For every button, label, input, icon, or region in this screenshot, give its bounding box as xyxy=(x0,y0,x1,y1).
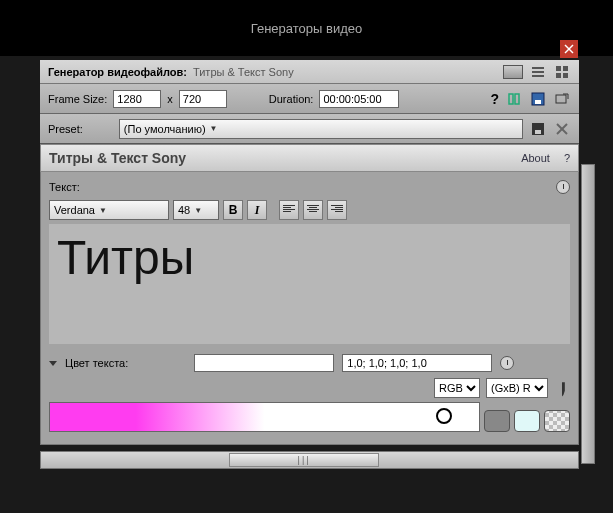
svg-rect-8 xyxy=(563,73,568,78)
text-section-label: Текст: xyxy=(49,181,80,193)
duration-input[interactable] xyxy=(319,90,399,108)
close-button[interactable] xyxy=(560,40,578,58)
color-picker-ring[interactable] xyxy=(436,408,452,424)
view-toggle-a[interactable] xyxy=(503,65,523,79)
svg-rect-10 xyxy=(515,94,519,104)
generator-label: Генератор видеофайлов: xyxy=(48,66,187,78)
font-size-select[interactable]: 48 xyxy=(173,200,219,220)
color-well-previous[interactable] xyxy=(514,410,540,432)
svg-rect-9 xyxy=(509,94,513,104)
svg-rect-5 xyxy=(556,66,561,71)
collapse-toggle-icon[interactable] xyxy=(49,361,57,366)
align-center-button[interactable] xyxy=(303,200,323,220)
svg-rect-2 xyxy=(532,67,544,69)
plugin-title: Титры & Текст Sony xyxy=(49,150,186,166)
align-left-icon xyxy=(283,205,295,215)
svg-rect-12 xyxy=(535,100,541,104)
align-center-icon xyxy=(307,205,319,215)
color-swatch[interactable] xyxy=(194,354,334,372)
color-mode-select[interactable]: RGB xyxy=(434,378,480,398)
color-well-current[interactable] xyxy=(484,410,510,432)
clock-icon-2[interactable] xyxy=(500,356,514,370)
titlebar: Генераторы видео xyxy=(0,0,613,56)
window-title: Генераторы видео xyxy=(251,21,362,36)
delete-preset-icon[interactable] xyxy=(553,120,571,138)
align-right-icon xyxy=(331,205,343,215)
plugin-help[interactable]: ? xyxy=(564,152,570,164)
canvas-text: Титры xyxy=(57,230,194,285)
grid-icon[interactable] xyxy=(553,63,571,81)
horizontal-scrollbar[interactable]: ||| xyxy=(40,451,579,469)
save-icon[interactable] xyxy=(529,90,547,108)
about-link[interactable]: About xyxy=(521,152,550,164)
frame-height-input[interactable] xyxy=(179,90,227,108)
font-select[interactable]: Verdana xyxy=(49,200,169,220)
duration-label: Duration: xyxy=(269,93,314,105)
preset-select[interactable]: (По умолчанию) xyxy=(119,119,523,139)
align-left-button[interactable] xyxy=(279,200,299,220)
color-gradient[interactable] xyxy=(49,402,480,432)
preset-label: Preset: xyxy=(48,123,83,135)
svg-rect-13 xyxy=(556,95,566,103)
pop-out-icon[interactable] xyxy=(553,90,571,108)
color-well-transparent[interactable] xyxy=(544,410,570,432)
bold-button[interactable]: B xyxy=(223,200,243,220)
frame-width-input[interactable] xyxy=(113,90,161,108)
close-icon xyxy=(564,44,574,54)
eyedropper-icon[interactable] xyxy=(551,377,574,400)
svg-rect-4 xyxy=(532,75,544,77)
generator-value: Титры & Текст Sony xyxy=(193,66,294,78)
menu-icon[interactable] xyxy=(529,63,547,81)
clock-icon[interactable] xyxy=(556,180,570,194)
vertical-scrollbar[interactable] xyxy=(581,164,595,464)
rgba-input[interactable] xyxy=(342,354,492,372)
text-canvas[interactable]: Титры xyxy=(49,224,570,344)
align-right-button[interactable] xyxy=(327,200,347,220)
svg-rect-7 xyxy=(556,73,561,78)
svg-rect-15 xyxy=(535,130,541,134)
text-color-label: Цвет текста: xyxy=(65,357,128,369)
svg-rect-3 xyxy=(532,71,544,73)
svg-rect-6 xyxy=(563,66,568,71)
save-preset-icon[interactable] xyxy=(529,120,547,138)
link-icon[interactable] xyxy=(505,90,523,108)
x-label: x xyxy=(167,93,173,105)
scrollbar-thumb[interactable]: ||| xyxy=(229,453,379,467)
italic-button[interactable]: I xyxy=(247,200,267,220)
help-button[interactable]: ? xyxy=(490,91,499,107)
frame-size-label: Frame Size: xyxy=(48,93,107,105)
plugin-title-bar: Титры & Текст Sony About ? xyxy=(40,144,579,172)
channel-select[interactable]: (GxB) R xyxy=(486,378,548,398)
